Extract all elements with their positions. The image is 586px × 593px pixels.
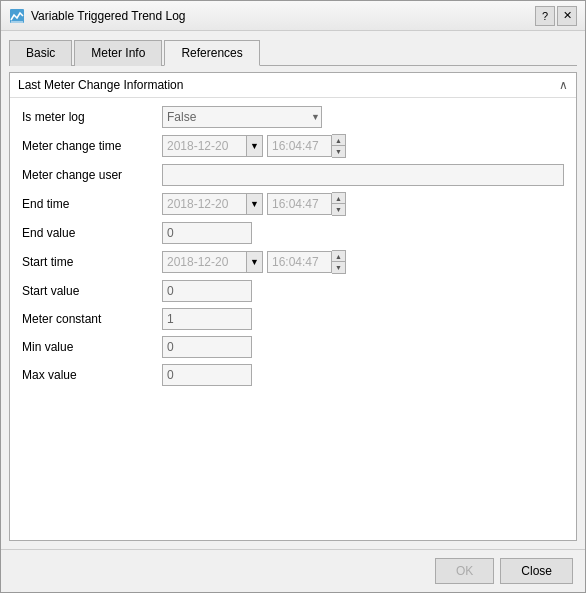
input-start-value[interactable] bbox=[162, 280, 252, 302]
close-button[interactable]: Close bbox=[500, 558, 573, 584]
time-spinner-end-time: ▲ ▼ bbox=[332, 192, 346, 216]
select-wrapper-is-meter-log: False True ▼ bbox=[162, 106, 322, 128]
title-bar: Variable Triggered Trend Log ? ✕ bbox=[1, 1, 585, 31]
date-picker-btn-meter-change[interactable]: ▼ bbox=[247, 135, 263, 157]
date-picker-btn-end-time[interactable]: ▼ bbox=[247, 193, 263, 215]
field-row-max-value: Max value bbox=[22, 364, 564, 386]
time-down-btn-meter-change[interactable]: ▼ bbox=[332, 146, 345, 157]
time-input-meter-change[interactable] bbox=[267, 135, 332, 157]
control-end-time: ▼ ▲ ▼ bbox=[162, 192, 564, 216]
label-start-time: Start time bbox=[22, 255, 162, 269]
field-row-start-time: Start time ▼ ▲ ▼ bbox=[22, 250, 564, 274]
field-row-meter-constant: Meter constant bbox=[22, 308, 564, 330]
input-min-value[interactable] bbox=[162, 336, 252, 358]
time-group-meter-change: ▲ ▼ bbox=[267, 134, 346, 158]
control-is-meter-log: False True ▼ bbox=[162, 106, 564, 128]
field-row-end-time: End time ▼ ▲ ▼ bbox=[22, 192, 564, 216]
input-meter-constant[interactable] bbox=[162, 308, 252, 330]
control-start-value bbox=[162, 280, 564, 302]
app-icon bbox=[9, 8, 25, 24]
time-group-end-time: ▲ ▼ bbox=[267, 192, 346, 216]
label-max-value: Max value bbox=[22, 368, 162, 382]
label-min-value: Min value bbox=[22, 340, 162, 354]
time-down-btn-end-time[interactable]: ▼ bbox=[332, 204, 345, 215]
control-meter-change-user bbox=[162, 164, 564, 186]
control-max-value bbox=[162, 364, 564, 386]
date-group-meter-change: ▼ bbox=[162, 135, 263, 157]
content-panel: Last Meter Change Information ∧ Is meter… bbox=[9, 72, 577, 541]
label-meter-change-time: Meter change time bbox=[22, 139, 162, 153]
date-picker-btn-start-time[interactable]: ▼ bbox=[247, 251, 263, 273]
section-content: Is meter log False True ▼ Meter change bbox=[10, 98, 576, 540]
control-min-value bbox=[162, 336, 564, 358]
close-window-button[interactable]: ✕ bbox=[557, 6, 577, 26]
field-row-meter-change-user: Meter change user bbox=[22, 164, 564, 186]
label-start-value: Start value bbox=[22, 284, 162, 298]
label-end-value: End value bbox=[22, 226, 162, 240]
footer: OK Close bbox=[1, 549, 585, 592]
tab-meter-info[interactable]: Meter Info bbox=[74, 40, 162, 66]
label-meter-constant: Meter constant bbox=[22, 312, 162, 326]
field-row-min-value: Min value bbox=[22, 336, 564, 358]
label-end-time: End time bbox=[22, 197, 162, 211]
window-title: Variable Triggered Trend Log bbox=[31, 9, 186, 23]
section-header: Last Meter Change Information ∧ bbox=[10, 73, 576, 98]
time-group-start-time: ▲ ▼ bbox=[267, 250, 346, 274]
input-end-value[interactable] bbox=[162, 222, 252, 244]
input-max-value[interactable] bbox=[162, 364, 252, 386]
label-meter-change-user: Meter change user bbox=[22, 168, 162, 182]
input-meter-change-user[interactable] bbox=[162, 164, 564, 186]
time-spinner-start-time: ▲ ▼ bbox=[332, 250, 346, 274]
field-row-end-value: End value bbox=[22, 222, 564, 244]
time-up-btn-end-time[interactable]: ▲ bbox=[332, 193, 345, 204]
tab-references[interactable]: References bbox=[164, 40, 259, 66]
tab-basic[interactable]: Basic bbox=[9, 40, 72, 66]
main-window: Variable Triggered Trend Log ? ✕ Basic M… bbox=[0, 0, 586, 593]
time-spinner-meter-change: ▲ ▼ bbox=[332, 134, 346, 158]
title-bar-left: Variable Triggered Trend Log bbox=[9, 8, 186, 24]
time-input-end-time[interactable] bbox=[267, 193, 332, 215]
time-up-btn-meter-change[interactable]: ▲ bbox=[332, 135, 345, 146]
date-input-end-time[interactable] bbox=[162, 193, 247, 215]
tab-bar: Basic Meter Info References bbox=[9, 39, 577, 66]
time-up-btn-start-time[interactable]: ▲ bbox=[332, 251, 345, 262]
title-buttons: ? ✕ bbox=[535, 6, 577, 26]
control-meter-change-time: ▼ ▲ ▼ bbox=[162, 134, 564, 158]
label-is-meter-log: Is meter log bbox=[22, 110, 162, 124]
date-group-start-time: ▼ bbox=[162, 251, 263, 273]
time-down-btn-start-time[interactable]: ▼ bbox=[332, 262, 345, 273]
field-row-is-meter-log: Is meter log False True ▼ bbox=[22, 106, 564, 128]
time-input-start-time[interactable] bbox=[267, 251, 332, 273]
date-input-meter-change[interactable] bbox=[162, 135, 247, 157]
section-title: Last Meter Change Information bbox=[18, 78, 183, 92]
select-is-meter-log[interactable]: False True bbox=[162, 106, 322, 128]
date-input-start-time[interactable] bbox=[162, 251, 247, 273]
control-meter-constant bbox=[162, 308, 564, 330]
date-group-end-time: ▼ bbox=[162, 193, 263, 215]
control-start-time: ▼ ▲ ▼ bbox=[162, 250, 564, 274]
field-row-meter-change-time: Meter change time ▼ ▲ ▼ bbox=[22, 134, 564, 158]
help-button[interactable]: ? bbox=[535, 6, 555, 26]
control-end-value bbox=[162, 222, 564, 244]
collapse-button[interactable]: ∧ bbox=[559, 78, 568, 92]
svg-rect-0 bbox=[10, 9, 24, 23]
window-content: Basic Meter Info References Last Meter C… bbox=[1, 31, 585, 549]
ok-button[interactable]: OK bbox=[435, 558, 494, 584]
field-row-start-value: Start value bbox=[22, 280, 564, 302]
